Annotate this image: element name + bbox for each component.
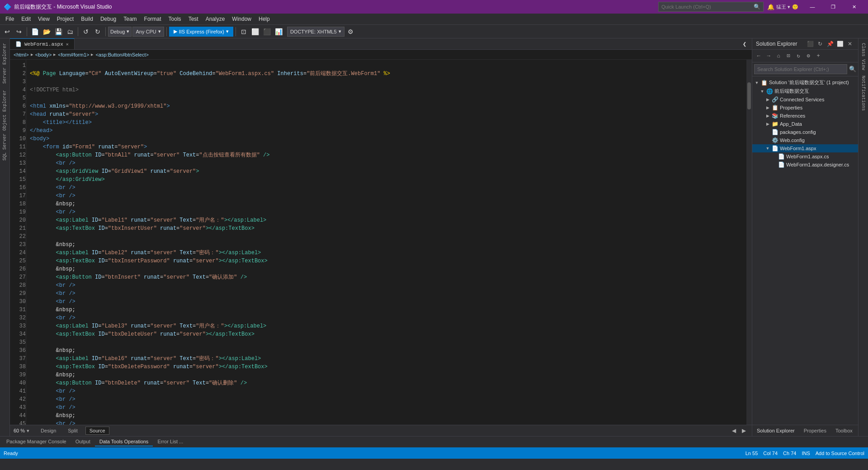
toolbar-btn3[interactable]: ⬛ <box>262 26 273 37</box>
vertical-scrollbar[interactable] <box>746 60 752 425</box>
save-button[interactable]: 💾 <box>53 26 64 37</box>
debug-mode-dropdown[interactable]: Debug ▾ <box>108 27 132 37</box>
menu-view[interactable]: View <box>34 14 53 24</box>
tab-package-manager[interactable]: Package Manager Console <box>2 437 71 446</box>
pin-button[interactable]: 📌 <box>826 39 835 48</box>
prev-nav-button[interactable]: ◀ <box>729 426 738 435</box>
undo-button[interactable]: ↺ <box>80 26 91 37</box>
menu-test[interactable]: Test <box>185 14 202 24</box>
open-button[interactable]: 📂 <box>41 26 52 37</box>
breadcrumb-btnselect[interactable]: <asp:Button#btnSelect> <box>95 52 148 57</box>
save-all-button[interactable]: 🗂 <box>65 26 75 37</box>
platform-dropdown[interactable]: Any CPU ▾ <box>132 27 164 37</box>
se-add-button[interactable]: + <box>814 52 823 61</box>
new-file-button[interactable]: 📄 <box>29 26 40 37</box>
add-to-source-control[interactable]: Add to Source Control <box>816 451 864 456</box>
editor-tab-webform1[interactable]: 📄 WebForm1.aspx ✕ <box>10 38 75 49</box>
toolbar-btn2[interactable]: ⬜ <box>250 26 261 37</box>
feedback-icon[interactable]: 🙂 <box>792 4 798 10</box>
collapse-all-button[interactable]: ⬛ <box>806 39 815 48</box>
collapse-editor-btn[interactable]: ❮ <box>739 38 750 49</box>
app-icon: 🔷 <box>4 3 11 10</box>
se-filter-button[interactable]: ⊡ <box>784 52 793 61</box>
breadcrumb-body[interactable]: <body> <box>35 52 52 57</box>
menu-file[interactable]: File <box>2 14 18 24</box>
tree-references[interactable]: ▶ 📚 References <box>752 112 858 120</box>
maximize-panel-button[interactable]: ⬜ <box>835 39 844 48</box>
forward-button[interactable]: ↪ <box>14 26 24 37</box>
quick-launch-input[interactable] <box>661 4 752 9</box>
tree-packages-config[interactable]: ▶ 📄 packages.config <box>752 128 858 136</box>
back-button[interactable]: ↩ <box>2 26 13 37</box>
tree-connected-services[interactable]: ▶ 🔗 Connected Services <box>752 95 858 104</box>
solution-explorer-search[interactable] <box>754 64 847 74</box>
menu-project[interactable]: Project <box>53 14 77 24</box>
se-sync-button[interactable]: ↻ <box>794 52 803 61</box>
se-gear-button[interactable]: ⚙ <box>804 52 813 61</box>
maximize-button[interactable]: ❐ <box>823 0 844 14</box>
zoom-level[interactable]: 60 % <box>14 428 25 433</box>
close-button[interactable]: ✕ <box>844 0 864 14</box>
tab-data-tools[interactable]: Data Tools Operations <box>95 437 153 446</box>
tree-webform1-designer[interactable]: ▶ 📄 WebForm1.aspx.designer.cs <box>752 161 858 169</box>
next-nav-button[interactable]: ▶ <box>739 426 748 435</box>
chevron-down-icon: ▾ <box>339 28 341 34</box>
view-tab-design[interactable]: Design <box>37 427 60 435</box>
sidebar-notifications[interactable]: Notifications <box>860 73 867 114</box>
tab-output[interactable]: Output <box>71 437 95 446</box>
tab-close-button[interactable]: ✕ <box>66 42 69 47</box>
tree-project[interactable]: ▼ 🌐 前后端数据交互 <box>752 87 858 95</box>
notification-icon[interactable]: 🔔 <box>767 4 774 10</box>
sidebar-sql-server[interactable]: SQL Server Object Explorer <box>1 87 8 163</box>
tab-toolbox[interactable]: Toolbox <box>831 427 857 435</box>
status-ready: Ready <box>4 451 18 456</box>
se-back-button[interactable]: ← <box>754 52 763 61</box>
redo-button[interactable]: ↻ <box>92 26 103 37</box>
toolbar-btn4[interactable]: 📊 <box>274 26 284 37</box>
breadcrumb-form[interactable]: <form#form1> <box>58 52 89 57</box>
menu-debug[interactable]: Debug <box>97 14 120 24</box>
tree-app-data[interactable]: ▶ 📁 App_Data <box>752 120 858 128</box>
expand-icon: ▶ <box>765 97 770 102</box>
account-icon[interactable]: 猛王 ▾ <box>776 4 790 10</box>
sidebar-class-view[interactable]: Class View <box>860 40 867 73</box>
expand-icon: ▶ <box>765 105 770 110</box>
menu-analyze[interactable]: Analyze <box>202 14 229 24</box>
se-forward-button[interactable]: → <box>764 52 773 61</box>
breadcrumb-html[interactable]: <html> <box>14 52 29 57</box>
toolbar-btn1[interactable]: ⊡ <box>238 26 249 37</box>
chevron-down-icon: ▾ <box>127 28 129 34</box>
menu-team[interactable]: Team <box>120 14 140 24</box>
doctype-dropdown[interactable]: DOCTYPE: XHTML5 ▾ <box>287 27 344 37</box>
menu-edit[interactable]: Edit <box>18 14 34 24</box>
menu-build[interactable]: Build <box>77 14 97 24</box>
project-icon: 🌐 <box>766 88 773 95</box>
minimize-button[interactable]: — <box>802 0 823 14</box>
code-content[interactable]: <%@ Page Language="C#" AutoEventWireup="… <box>26 60 746 425</box>
tree-properties[interactable]: ▶ 📋 Properties <box>752 104 858 112</box>
menu-help[interactable]: Help <box>255 14 274 24</box>
tree-webform1-aspx[interactable]: ▼ 📄 WebForm1.aspx <box>752 144 858 152</box>
close-panel-button[interactable]: ✕ <box>845 39 854 48</box>
sidebar-server-explorer[interactable]: Server Explorer <box>1 40 8 86</box>
status-col: Col 74 <box>763 451 778 456</box>
tab-properties[interactable]: Properties <box>799 427 831 435</box>
menu-window[interactable]: Window <box>228 14 255 24</box>
chevron-down-icon[interactable]: ▾ <box>27 428 29 434</box>
run-button[interactable]: ▶ IIS Express (Firefox) ▾ <box>169 27 233 37</box>
view-tab-split[interactable]: Split <box>64 427 81 435</box>
tree-webform1-cs[interactable]: ▶ 📄 WebForm1.aspx.cs <box>752 152 858 161</box>
se-home-button[interactable]: ⌂ <box>774 52 783 61</box>
tab-solution-explorer[interactable]: Solution Explorer <box>752 427 799 435</box>
settings-button[interactable]: ⚙ <box>345 26 356 37</box>
menu-tools[interactable]: Tools <box>165 14 185 24</box>
tree-web-config[interactable]: ▶ ⚙️ Web.config <box>752 136 858 144</box>
tree-solution[interactable]: ▼ 📋 Solution '前后端数据交互' (1 project) <box>752 78 858 87</box>
status-right: Ln 55 Col 74 Ch 74 INS Add to Source Con… <box>745 451 864 456</box>
view-tab-source[interactable]: Source <box>85 427 109 435</box>
tab-error-list[interactable]: Error List ... <box>153 437 188 446</box>
code-editor[interactable]: 12345 678910 1112131415 1617181920 21222… <box>10 60 752 425</box>
refresh-button[interactable]: ↻ <box>816 39 825 48</box>
menu-format[interactable]: Format <box>141 14 165 24</box>
solution-icon: 📋 <box>761 80 768 86</box>
